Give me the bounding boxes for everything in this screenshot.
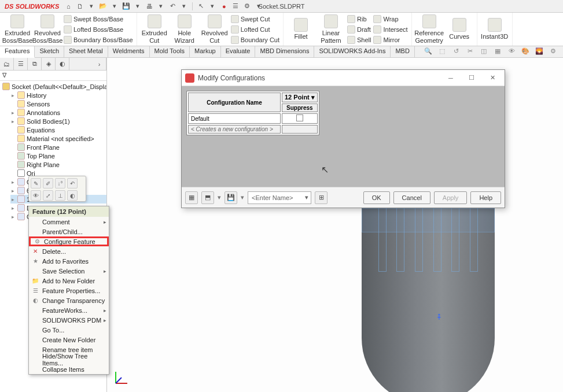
tree-root[interactable]: Socket (Default<<Default>_Display Stat: [2, 82, 106, 91]
wrap-button[interactable]: Wrap: [373, 14, 407, 24]
menu-save-selection[interactable]: Save Selection: [29, 266, 109, 276]
zoom-area-icon[interactable]: ⬚: [437, 47, 447, 57]
normal-to-icon[interactable]: ⊥: [55, 190, 65, 201]
new-icon[interactable]: 🗋: [75, 2, 84, 11]
config-row-default[interactable]: Default: [188, 113, 318, 124]
name-combo[interactable]: <Enter Name>: [248, 191, 311, 204]
property-manager-tab-icon[interactable]: ☰: [14, 58, 28, 70]
previous-view-icon[interactable]: ↺: [451, 47, 461, 57]
hide-show-columns-icon[interactable]: ⊞: [315, 191, 328, 204]
col-feature-name[interactable]: 12 Point ▾: [282, 93, 318, 102]
tab-mold-tools[interactable]: Mold Tools: [150, 46, 190, 57]
display-style-icon[interactable]: ▦: [492, 47, 503, 57]
save-icon[interactable]: 💾: [122, 2, 131, 11]
section-view-icon[interactable]: ✂: [465, 47, 475, 57]
intersect-button[interactable]: Intersect: [373, 25, 407, 34]
tree-top-plane[interactable]: Top Plane: [10, 151, 106, 160]
menu-change-transparency[interactable]: ◐Change Transparency: [29, 295, 109, 305]
dimxpert-manager-tab-icon[interactable]: ◈: [42, 58, 56, 70]
close-button[interactable]: ✕: [484, 72, 501, 84]
save-table-view-icon[interactable]: 💾: [225, 191, 237, 204]
tab-sketch[interactable]: Sketch: [35, 46, 64, 57]
edit-feature-icon[interactable]: ✎: [31, 178, 41, 188]
zoom-fit-icon[interactable]: 🔍: [423, 47, 433, 57]
zoom-to-icon[interactable]: ⤢: [43, 190, 53, 201]
apply-scene-icon[interactable]: 🌄: [534, 47, 544, 57]
edit-appearance-icon[interactable]: 🎨: [520, 47, 531, 57]
menu-comment[interactable]: Comment: [29, 217, 109, 227]
config-row-new[interactable]: < Creates a new configuration >: [188, 125, 318, 134]
open-icon[interactable]: 📂: [98, 2, 108, 11]
menu-delete[interactable]: ✕Delete...: [29, 246, 109, 256]
tab-mbd-dimensions[interactable]: MBD Dimensions: [255, 46, 314, 57]
menu-collapse[interactable]: Collapse Items: [29, 364, 109, 374]
maximize-button[interactable]: ☐: [463, 72, 480, 84]
hide-show-icon[interactable]: 👁: [506, 47, 517, 57]
rib-button[interactable]: Rib: [347, 14, 371, 24]
mirror-button[interactable]: Mirror: [373, 35, 407, 45]
print-icon[interactable]: 🖶: [145, 2, 154, 11]
tree-solid-bodies[interactable]: ▸Solid Bodies(1): [10, 117, 106, 125]
draft-button[interactable]: Draft: [347, 25, 371, 34]
select-icon[interactable]: ↖: [196, 2, 205, 11]
col-config-name[interactable]: Configuration Name: [188, 93, 281, 112]
dropdown-icon[interactable]: ▾: [133, 2, 142, 11]
apply-button[interactable]: Apply: [434, 191, 468, 204]
edit-sketch-icon[interactable]: ✐: [43, 178, 53, 188]
options-icon[interactable]: ☰: [231, 2, 240, 11]
tree-equations[interactable]: Equations: [10, 125, 106, 134]
dropdown-icon[interactable]: ▾: [156, 2, 165, 11]
tree-filter[interactable]: ∇: [0, 71, 106, 81]
dropdown-icon[interactable]: ▾: [311, 94, 315, 101]
col-suppress[interactable]: Suppress: [282, 103, 318, 112]
swept-cut-button[interactable]: Swept Cut: [231, 14, 279, 24]
menu-create-new-folder[interactable]: Create New Folder: [29, 335, 109, 345]
display-manager-tab-icon[interactable]: ◐: [56, 58, 69, 70]
tab-features[interactable]: Features: [0, 46, 35, 58]
menu-parent-child[interactable]: Parent/Child...: [29, 227, 109, 236]
tab-mbd[interactable]: MBD: [391, 46, 414, 57]
tab-evaluate[interactable]: Evaluate: [221, 46, 256, 57]
dropdown-icon[interactable]: ▾: [179, 2, 189, 11]
flyout-arrow-icon[interactable]: ›: [93, 58, 106, 70]
dialog-titlebar[interactable]: Modify Configurations ─ ☐ ✕: [182, 70, 505, 86]
cancel-button[interactable]: Cancel: [393, 191, 430, 204]
ok-button[interactable]: OK: [363, 191, 390, 204]
dropdown-icon[interactable]: ▾: [208, 2, 217, 11]
menu-add-new-folder[interactable]: 📁Add to New Folder: [29, 276, 109, 286]
menu-configure-feature[interactable]: ⚙Configure Feature: [29, 236, 109, 246]
menu-goto[interactable]: Go To...: [29, 325, 109, 335]
help-button[interactable]: Help: [470, 191, 501, 204]
linear-pattern-button[interactable]: Linear Pattern: [317, 14, 345, 45]
revolved-cut-button[interactable]: Revolved Cut: [201, 14, 229, 45]
dropdown-icon[interactable]: ▾: [110, 2, 119, 11]
menu-featureworks[interactable]: FeatureWorks...: [29, 305, 109, 315]
boundary-cut-button[interactable]: Boundary Cut: [231, 35, 279, 45]
hide-icon[interactable]: 👁: [31, 190, 41, 201]
boundary-boss-button[interactable]: Boundary Boss/Base: [64, 35, 133, 45]
tab-addins[interactable]: SOLIDWORKS Add-Ins: [314, 46, 391, 57]
menu-add-favorites[interactable]: ★Add to Favorites: [29, 256, 109, 266]
instant3d-button[interactable]: Instant3D: [481, 14, 509, 45]
suppress-checkbox[interactable]: [296, 114, 303, 121]
lofted-boss-button[interactable]: Lofted Boss/Base: [64, 25, 133, 34]
view-settings-icon[interactable]: ⚙: [548, 47, 558, 57]
tab-markup[interactable]: Markup: [190, 46, 221, 57]
configuration-manager-tab-icon[interactable]: ⧉: [28, 58, 42, 70]
extruded-boss-button[interactable]: Extruded Boss/Base: [3, 14, 31, 45]
view-orientation-icon[interactable]: ◫: [479, 47, 489, 57]
tab-weldments[interactable]: Weldments: [108, 46, 150, 57]
suppress-icon[interactable]: ↓°: [55, 178, 65, 188]
menu-pdm[interactable]: SOLIDWORKS PDM: [29, 315, 109, 325]
hole-wizard-button[interactable]: Hole Wizard: [171, 14, 198, 45]
home-icon[interactable]: ⌂: [64, 2, 73, 11]
tree-annotations[interactable]: ▸Annotations: [10, 108, 106, 117]
revolved-boss-button[interactable]: Revolved Boss/Base: [34, 14, 61, 45]
tree-history[interactable]: ▸History: [10, 91, 106, 99]
tree-sensors[interactable]: Sensors: [10, 99, 106, 108]
swept-boss-button[interactable]: Swept Boss/Base: [64, 14, 133, 24]
configurations-table[interactable]: Configuration Name 12 Point ▾ Suppress D…: [186, 91, 319, 135]
extruded-cut-button[interactable]: Extruded Cut: [141, 14, 168, 45]
tab-sheet-metal[interactable]: Sheet Metal: [64, 46, 108, 57]
rebuild-icon[interactable]: ●: [219, 2, 229, 11]
